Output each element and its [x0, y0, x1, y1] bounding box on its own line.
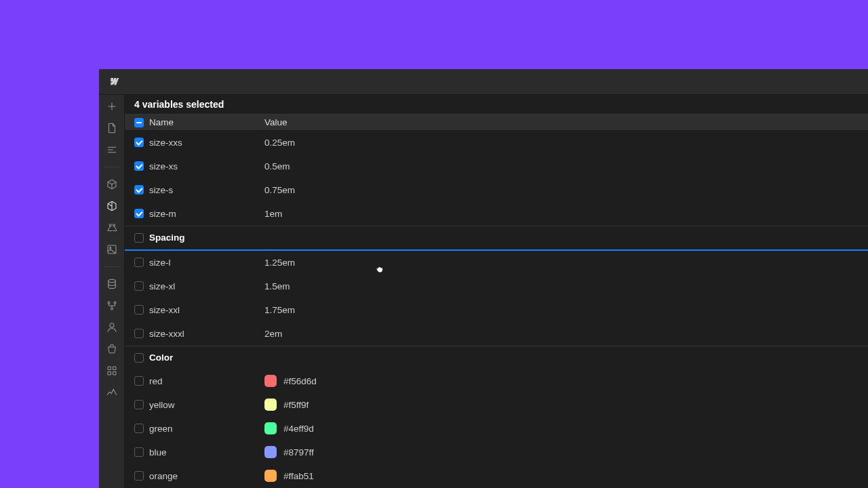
variable-name: size-xxl — [149, 305, 264, 315]
variable-value[interactable]: 0.5em — [264, 161, 868, 171]
variables-icon[interactable] — [106, 200, 118, 212]
variable-row[interactable]: red#f56d6d — [125, 369, 868, 393]
variable-row[interactable]: size-s0.75em — [125, 178, 868, 202]
variable-name: size-xs — [149, 161, 264, 171]
variable-value[interactable]: 1.5em — [264, 281, 868, 291]
variable-value[interactable]: 1.25em — [264, 258, 868, 268]
variable-row[interactable]: green#4eff9d — [125, 417, 868, 441]
group-label: Color — [149, 352, 264, 363]
variable-row[interactable]: size-xxl1.75em — [125, 298, 868, 322]
row-checkbox[interactable] — [134, 447, 144, 457]
sidebar-divider — [104, 266, 120, 267]
color-hex: #f56d6d — [283, 376, 317, 386]
svg-point-8 — [110, 323, 114, 327]
variable-row[interactable]: yellow#f5ff9f — [125, 393, 868, 417]
titlebar — [99, 69, 868, 95]
navigator-icon[interactable] — [106, 144, 118, 156]
variable-value[interactable]: #8797ff — [264, 446, 868, 458]
row-checkbox[interactable] — [134, 258, 144, 267]
variable-value[interactable]: 0.75em — [264, 185, 868, 195]
select-all-checkbox[interactable] — [134, 118, 144, 127]
group-label: Spacing — [149, 232, 264, 243]
ecommerce-icon[interactable] — [106, 343, 118, 355]
variable-value[interactable]: #4eff9d — [264, 422, 868, 434]
svg-point-6 — [114, 302, 116, 304]
row-checkbox[interactable] — [134, 209, 144, 218]
variable-name: size-s — [149, 185, 264, 195]
variable-name: size-xxxl — [149, 329, 264, 339]
row-checkbox[interactable] — [134, 185, 144, 195]
variable-row[interactable]: size-l1.25em — [125, 251, 868, 274]
assets-icon[interactable] — [106, 243, 118, 256]
add-icon[interactable] — [106, 100, 118, 113]
color-swatch — [264, 422, 277, 434]
group-header-spacing[interactable]: Spacing — [125, 226, 868, 249]
row-checkbox[interactable] — [134, 424, 144, 433]
variable-row[interactable]: size-xl1.5em — [125, 274, 868, 298]
variable-name: yellow — [149, 400, 264, 410]
variable-value[interactable]: 2em — [264, 329, 868, 339]
table-header: Name Value — [125, 115, 868, 131]
table-body: size-xxs0.25emsize-xs0.5emsize-s0.75emsi… — [125, 131, 868, 488]
variable-name: size-m — [149, 209, 264, 219]
audit-icon[interactable] — [106, 386, 118, 399]
svg-point-3 — [109, 247, 111, 249]
group-checkbox[interactable] — [134, 233, 144, 243]
row-checkbox[interactable] — [134, 138, 144, 147]
cms-icon[interactable] — [106, 278, 118, 290]
row-checkbox[interactable] — [134, 376, 144, 386]
sidebar-divider — [104, 167, 120, 167]
variable-row[interactable]: blue#8797ff — [125, 441, 868, 464]
styles-icon[interactable] — [106, 222, 118, 234]
users-icon[interactable] — [106, 321, 118, 333]
variable-name: green — [149, 424, 264, 434]
variable-value[interactable]: 1em — [264, 209, 868, 219]
components-icon[interactable] — [106, 178, 118, 190]
page-icon[interactable] — [106, 122, 118, 134]
variable-row[interactable]: size-xxs0.25em — [125, 131, 868, 155]
logic-icon[interactable] — [106, 300, 118, 312]
variable-row[interactable]: orange#ffab51 — [125, 464, 868, 488]
color-hex: #ffab51 — [283, 471, 314, 481]
app-body: 4 variables selected Name Value size-xxs… — [99, 95, 868, 488]
sidebar — [99, 95, 125, 488]
webflow-logo-icon — [107, 76, 119, 88]
row-checkbox[interactable] — [134, 161, 144, 171]
variable-value[interactable]: #f56d6d — [264, 375, 868, 387]
variable-name: size-xxs — [149, 138, 264, 148]
variable-name: size-xl — [149, 281, 264, 291]
row-checkbox[interactable] — [134, 305, 144, 314]
svg-point-1 — [113, 224, 115, 226]
svg-point-0 — [109, 224, 111, 226]
group-header-color[interactable]: Color — [125, 346, 868, 369]
apps-icon[interactable] — [106, 365, 118, 377]
row-checkbox[interactable] — [134, 281, 144, 291]
variables-panel: 4 variables selected Name Value size-xxs… — [125, 95, 868, 488]
variable-row[interactable]: size-xxxl2em — [125, 322, 868, 346]
variable-name: blue — [149, 447, 264, 458]
variable-row[interactable]: size-m1em — [125, 202, 868, 226]
color-swatch — [264, 470, 277, 482]
column-header-name[interactable]: Name — [149, 117, 264, 127]
color-swatch — [264, 446, 277, 458]
svg-rect-9 — [108, 367, 111, 370]
column-header-value[interactable]: Value — [264, 117, 868, 127]
variable-value[interactable]: #ffab51 — [264, 470, 868, 482]
row-checkbox[interactable] — [134, 400, 144, 409]
row-checkbox[interactable] — [134, 471, 144, 481]
variable-value[interactable]: #f5ff9f — [264, 399, 868, 411]
color-swatch — [264, 399, 277, 411]
group-checkbox[interactable] — [134, 353, 144, 363]
svg-point-7 — [111, 308, 113, 310]
svg-point-4 — [108, 279, 115, 283]
svg-rect-11 — [108, 372, 111, 375]
color-hex: #f5ff9f — [283, 400, 309, 410]
color-hex: #4eff9d — [283, 424, 314, 434]
color-swatch — [264, 375, 277, 387]
row-checkbox[interactable] — [134, 329, 144, 338]
panel-header: 4 variables selected — [125, 95, 868, 115]
variable-value[interactable]: 1.75em — [264, 305, 868, 315]
app-window: 4 variables selected Name Value size-xxs… — [99, 69, 868, 488]
variable-row[interactable]: size-xs0.5em — [125, 155, 868, 178]
variable-value[interactable]: 0.25em — [264, 138, 868, 148]
